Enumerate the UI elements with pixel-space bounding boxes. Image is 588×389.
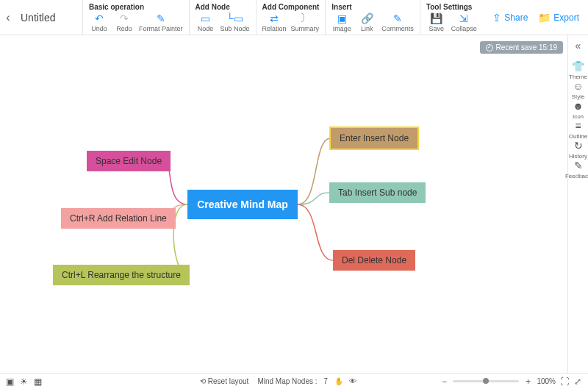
group-title: Basic operation: [89, 3, 183, 11]
share-button[interactable]: ⇪Share: [492, 12, 528, 24]
toolbar-group-add-node: Add Node▭Node└▭Sub Node: [189, 0, 256, 35]
format-painter-button[interactable]: ✎Format Painter: [139, 13, 183, 32]
style-icon: ☺: [573, 80, 583, 92]
outline-icon: ≡: [575, 120, 581, 132]
reset-layout-button[interactable]: ⟲Reset layout: [200, 377, 249, 385]
tool-label: Format Painter: [139, 25, 183, 32]
tool-label: Link: [361, 25, 373, 32]
subnode-button[interactable]: └▭Sub Node: [220, 13, 250, 32]
export-icon: 📁: [538, 12, 551, 24]
history-icon: ↻: [574, 140, 583, 151]
status-bar: ▣ ☀ ▦ ⟲Reset layout Mind Map Nodes : 7 ✋…: [0, 373, 588, 389]
toolbar-group-add-component: Add Component⇄Relation〕Summary: [256, 0, 326, 35]
zoom-slider[interactable]: [453, 380, 519, 382]
panel-history[interactable]: ↻History: [565, 140, 588, 160]
node-count: Mind Map Nodes : 7 ✋ 👁: [257, 377, 356, 385]
group-title: Insert: [331, 3, 414, 11]
toolbar-group-insert: Insert▣Image🔗Link✎Comments: [325, 0, 420, 35]
panel-style[interactable]: ☺Style: [565, 80, 588, 100]
hand-icon[interactable]: ✋: [334, 377, 343, 385]
undo-icon: ↶: [93, 13, 106, 24]
panel-label: Style: [572, 93, 585, 100]
toolbar-group-basic-operation: Basic operation↶Undo↷Redo✎Format Painter: [82, 0, 189, 35]
feedback-icon: ✎: [574, 160, 583, 171]
mindmap-node[interactable]: Space Edit Node: [87, 151, 171, 171]
save-button: 💾Save: [426, 13, 447, 32]
mindmap-node[interactable]: Enter Insert Node: [331, 128, 417, 149]
mindmap-node[interactable]: Del Delete Node: [333, 250, 415, 271]
tool-label: Comments: [381, 25, 414, 32]
fit-screen-icon[interactable]: ⛶: [560, 376, 569, 387]
collapse-button[interactable]: ⇲Collapse: [451, 13, 477, 32]
zoom-level: 100%: [537, 377, 556, 385]
node-icon: ▭: [199, 13, 212, 24]
summary-button[interactable]: 〕Summary: [291, 13, 320, 32]
summary-icon: 〕: [298, 13, 312, 24]
redo-icon: ↷: [118, 13, 131, 24]
panel-label: Icon: [573, 113, 584, 120]
icon-icon: ☻: [573, 100, 584, 112]
redo-button: ↷Redo: [114, 13, 135, 32]
view-dark-icon[interactable]: ☀: [20, 376, 28, 387]
relation-button[interactable]: ⇄Relation: [262, 13, 287, 32]
panel-label: Outline: [569, 133, 587, 140]
back-button[interactable]: ‹: [0, 0, 16, 35]
tool-label: Undo: [91, 25, 107, 32]
panel-label: History: [569, 153, 587, 160]
tool-label: Summary: [291, 25, 320, 32]
panel-theme[interactable]: 👕Theme: [565, 60, 588, 80]
tool-label: Node: [198, 25, 214, 32]
format-painter-icon: ✎: [154, 13, 168, 24]
export-button[interactable]: 📁Export: [538, 12, 579, 24]
subnode-icon: └▭: [229, 13, 242, 24]
comments-button[interactable]: ✎Comments: [381, 13, 414, 32]
group-title: Tool Settings: [426, 3, 477, 11]
tool-label: Image: [333, 25, 351, 32]
relation-icon: ⇄: [268, 13, 281, 24]
link-button[interactable]: 🔗Link: [356, 13, 377, 32]
panel-outline[interactable]: ≡Outline: [565, 120, 588, 140]
tool-label: Save: [429, 25, 445, 32]
node-button[interactable]: ▭Node: [196, 13, 216, 32]
save-icon: 💾: [430, 13, 443, 24]
share-icon: ⇪: [492, 12, 501, 24]
tool-label: Sub Node: [220, 25, 250, 32]
panel-feedback[interactable]: ✎Feedback: [565, 160, 588, 179]
eye-icon[interactable]: 👁: [349, 377, 356, 385]
tool-label: Redo: [116, 25, 132, 32]
view-presentation-icon[interactable]: ▣: [6, 376, 14, 387]
reset-icon: ⟲: [200, 377, 206, 385]
theme-icon: 👕: [572, 60, 584, 72]
zoom-in-button[interactable]: +: [523, 376, 532, 387]
top-toolbar: ‹ Untitled Basic operation↶Undo↷Redo✎For…: [0, 0, 588, 35]
collapse-icon: ⇲: [457, 13, 470, 24]
zoom-out-button[interactable]: −: [440, 376, 448, 387]
panel-label: Feedback: [565, 173, 588, 179]
view-grid-icon[interactable]: ▦: [34, 376, 42, 387]
panel-icon[interactable]: ☻Icon: [565, 100, 588, 120]
autosave-badge: Recent save 15:19: [480, 41, 563, 54]
toolbar-group-tool-settings: Tool Settings💾Save⇲Collapse: [420, 0, 483, 35]
right-panel: « 👕Theme☺Style☻Icon≡Outline↻History✎Feed…: [567, 35, 588, 373]
image-icon: ▣: [335, 13, 348, 24]
group-title: Add Node: [196, 3, 250, 11]
canvas[interactable]: Recent save 15:19 Creative Mind MapEnter…: [0, 35, 567, 373]
tool-label: Collapse: [451, 25, 477, 32]
mindmap-node[interactable]: Tab Insert Sub node: [329, 182, 426, 203]
group-title: Add Component: [262, 3, 320, 11]
undo-button[interactable]: ↶Undo: [89, 13, 110, 32]
link-icon: 🔗: [360, 13, 373, 24]
comments-icon: ✎: [391, 13, 404, 24]
mindmap-node[interactable]: Ctrl+L Rearrange the structure: [53, 265, 190, 285]
panel-label: Theme: [569, 74, 587, 80]
collapse-panel-icon[interactable]: «: [576, 40, 581, 51]
document-title[interactable]: Untitled: [16, 0, 82, 35]
center-node[interactable]: Creative Mind Map: [187, 190, 298, 219]
fullscreen-icon[interactable]: ⤢: [573, 376, 582, 387]
image-button[interactable]: ▣Image: [331, 13, 352, 32]
mindmap-node[interactable]: Ctrl+R Add Relation Line: [61, 208, 176, 229]
tool-label: Relation: [262, 25, 287, 32]
